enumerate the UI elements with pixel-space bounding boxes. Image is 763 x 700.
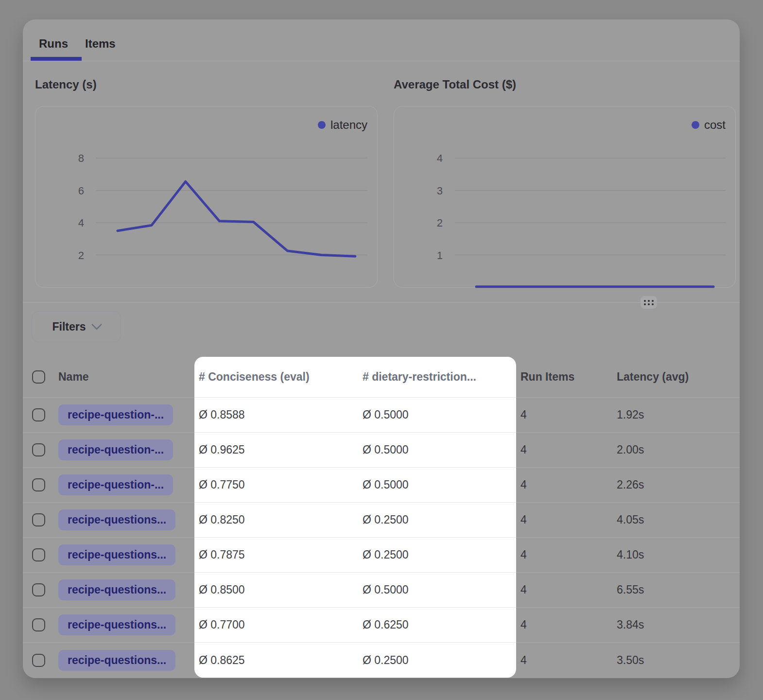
legend-dot-icon	[692, 121, 699, 129]
row-checkbox[interactable]	[32, 618, 45, 631]
run-name-cell: recipe-question-...	[58, 468, 194, 503]
dietary-restriction-value: Ø 0.2500	[363, 513, 409, 526]
row-checkbox[interactable]	[32, 654, 45, 667]
run-name-cell: recipe-questions...	[58, 608, 194, 643]
table-row: recipe-questions... Ø 0.8625 Ø 0.2500 4 …	[23, 643, 740, 678]
row-checkbox[interactable]	[32, 513, 45, 526]
run-name-cell: recipe-questions...	[58, 573, 194, 608]
latency-chart: 2468 latency	[35, 106, 378, 288]
table-header-row: Name # Conciseness (eval) # dietary-rest…	[23, 357, 740, 398]
drag-handle[interactable]	[641, 296, 657, 309]
svg-text:3: 3	[437, 185, 443, 197]
table-row: recipe-question-... Ø 0.8588 Ø 0.5000 4 …	[23, 398, 740, 433]
row-select-cell	[23, 433, 58, 468]
run-name-pill[interactable]: recipe-question-...	[58, 404, 173, 425]
svg-text:4: 4	[437, 152, 443, 164]
latency-avg-value: 6.55s	[617, 583, 644, 596]
column-header-run-items[interactable]: Run Items	[516, 357, 616, 398]
run-items-value: 4	[520, 654, 527, 667]
latency-avg-value: 1.92s	[617, 408, 644, 421]
dietary-restriction-value: Ø 0.2500	[363, 654, 409, 667]
column-header-name[interactable]: Name	[58, 357, 194, 398]
cost-chart-title: Average Total Cost ($)	[394, 78, 516, 91]
chevron-down-icon	[91, 319, 102, 330]
latency-avg-value: 4.05s	[617, 513, 644, 526]
latency-avg-cell: 2.26s	[616, 468, 740, 503]
cost-chart: 1234 cost	[394, 106, 736, 288]
filters-button[interactable]: Filters	[32, 311, 121, 342]
run-name-pill[interactable]: recipe-questions...	[58, 509, 175, 530]
conciseness-value: Ø 0.8500	[199, 583, 245, 596]
row-checkbox[interactable]	[32, 478, 45, 491]
dietary-restriction-cell: Ø 0.5000	[358, 433, 516, 468]
runs-table: Name # Conciseness (eval) # dietary-rest…	[23, 357, 740, 678]
run-name-cell: recipe-questions...	[58, 503, 194, 538]
row-select-cell	[23, 468, 58, 503]
row-select-cell	[23, 573, 58, 608]
charts-table-divider	[23, 302, 740, 303]
dietary-restriction-cell: Ø 0.2500	[358, 503, 516, 538]
column-header-dietary-restriction[interactable]: # dietary-restriction...	[358, 357, 516, 398]
legend-label: cost	[704, 118, 726, 132]
tab-runs[interactable]: Runs	[39, 37, 68, 51]
row-checkbox[interactable]	[32, 443, 45, 456]
table-row: recipe-questions... Ø 0.7700 Ø 0.6250 4 …	[23, 608, 740, 643]
run-name-cell: recipe-questions...	[58, 538, 194, 573]
conciseness-value: Ø 0.9625	[199, 443, 245, 456]
run-name-cell: recipe-question-...	[58, 398, 194, 433]
conciseness-cell: Ø 0.7700	[194, 608, 358, 643]
run-name-cell: recipe-question-...	[58, 433, 194, 468]
tab-items[interactable]: Items	[85, 37, 116, 51]
tab-bar: Runs Items	[39, 37, 116, 51]
column-header-latency-avg[interactable]: Latency (avg)	[616, 357, 740, 398]
run-items-cell: 4	[516, 433, 616, 468]
row-checkbox[interactable]	[32, 548, 45, 561]
run-items-cell: 4	[516, 503, 616, 538]
cost-legend: cost	[692, 118, 726, 132]
run-name-pill[interactable]: recipe-questions...	[58, 650, 175, 671]
select-all-checkbox[interactable]	[32, 370, 45, 384]
table-row: recipe-questions... Ø 0.7875 Ø 0.2500 4 …	[23, 538, 740, 573]
latency-avg-cell: 2.00s	[616, 433, 740, 468]
column-header-conciseness[interactable]: # Conciseness (eval)	[194, 357, 358, 398]
conciseness-cell: Ø 0.8250	[194, 503, 358, 538]
conciseness-cell: Ø 0.8500	[194, 573, 358, 608]
active-tab-indicator	[31, 57, 82, 61]
dietary-restriction-cell: Ø 0.5000	[358, 468, 516, 503]
legend-dot-icon	[318, 121, 326, 129]
conciseness-value: Ø 0.7750	[199, 478, 245, 491]
conciseness-value: Ø 0.8625	[199, 654, 245, 667]
run-items-value: 4	[520, 478, 527, 491]
run-items-value: 4	[520, 583, 527, 596]
run-name-pill[interactable]: recipe-questions...	[58, 614, 175, 635]
filters-label: Filters	[52, 320, 86, 333]
latency-line-chart: 2468	[35, 106, 377, 287]
dietary-restriction-cell: Ø 0.6250	[358, 608, 516, 643]
latency-avg-value: 2.00s	[617, 443, 644, 456]
run-name-pill[interactable]: recipe-question-...	[58, 474, 173, 495]
row-select-cell	[23, 503, 58, 538]
run-name-pill[interactable]: recipe-questions...	[58, 579, 175, 600]
svg-text:6: 6	[78, 185, 84, 197]
svg-text:4: 4	[78, 217, 84, 229]
run-items-value: 4	[520, 513, 527, 526]
row-checkbox[interactable]	[32, 583, 45, 596]
run-items-cell: 4	[516, 468, 616, 503]
dietary-restriction-cell: Ø 0.2500	[358, 643, 516, 678]
latency-avg-value: 3.84s	[617, 618, 644, 631]
conciseness-value: Ø 0.8250	[199, 513, 245, 526]
run-items-value: 4	[520, 443, 527, 456]
conciseness-cell: Ø 0.9625	[194, 433, 358, 468]
dietary-restriction-value: Ø 0.5000	[363, 443, 409, 456]
row-select-cell	[23, 398, 58, 433]
run-items-cell: 4	[516, 643, 616, 678]
conciseness-value: Ø 0.8588	[199, 408, 245, 421]
latency-avg-value: 3.50s	[617, 654, 644, 667]
run-name-pill[interactable]: recipe-questions...	[58, 544, 175, 565]
svg-text:8: 8	[78, 152, 84, 164]
row-checkbox[interactable]	[32, 408, 45, 421]
conciseness-value: Ø 0.7875	[199, 548, 245, 561]
run-name-pill[interactable]: recipe-question-...	[58, 439, 173, 460]
runs-panel: Runs Items Latency (s) Average Total Cos…	[23, 19, 740, 678]
table-row: recipe-questions... Ø 0.8500 Ø 0.5000 4 …	[23, 573, 740, 608]
